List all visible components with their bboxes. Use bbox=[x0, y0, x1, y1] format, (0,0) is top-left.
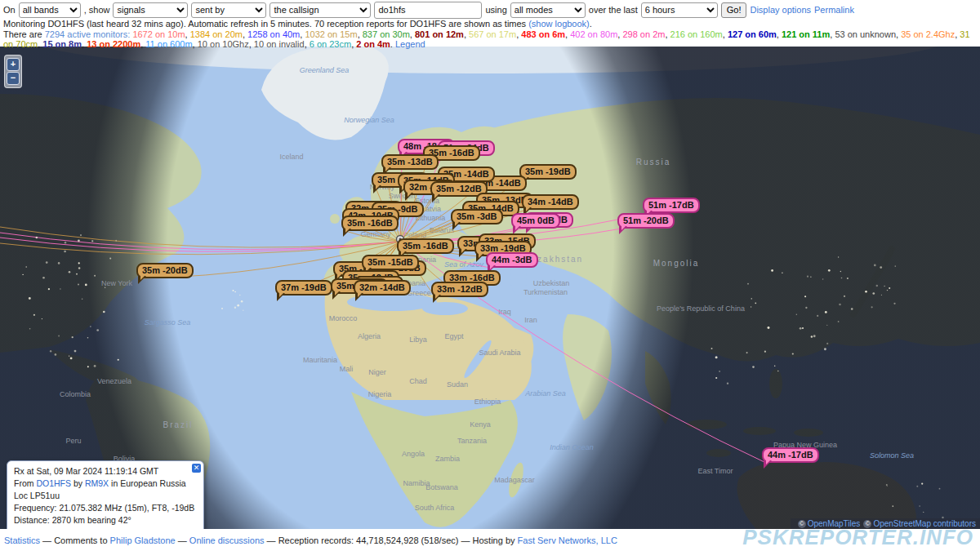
using-label: using bbox=[485, 5, 506, 15]
map-place-label: Madagascar bbox=[494, 476, 535, 484]
direction-select[interactable]: sent by bbox=[191, 2, 266, 18]
report-balloon[interactable]: 51m -20dB bbox=[617, 213, 675, 229]
monitor-band-count: 1032 on 15m bbox=[305, 29, 357, 39]
site-watermark: PSKREPORTER.INFO bbox=[742, 525, 973, 550]
map-place-label: Venezuela bbox=[97, 377, 131, 385]
monitors-count-label: 7294 active monitors: bbox=[45, 29, 131, 39]
map-place-label: Niger bbox=[368, 368, 386, 376]
show-logbook-link[interactable]: (show logbook) bbox=[528, 19, 590, 29]
monitors-prefix: There are bbox=[3, 29, 45, 39]
footer-link[interactable]: Statistics bbox=[4, 535, 40, 545]
map-place-label: Libya bbox=[409, 335, 427, 344]
footer-text: — Comments to bbox=[40, 535, 110, 545]
map-place-label: New York bbox=[101, 279, 132, 287]
monitor-band-count: 6 on 23cm bbox=[310, 39, 351, 49]
map-place-label: Mali bbox=[340, 365, 354, 373]
map-place-label: Iceland bbox=[279, 153, 303, 161]
map-place-label: Iran bbox=[524, 316, 537, 324]
report-balloon[interactable]: 44m -3dB bbox=[486, 252, 538, 268]
receiver-callsign-link[interactable]: RM9X bbox=[85, 478, 109, 488]
monitor-band-count: 121 on 11m bbox=[782, 29, 830, 39]
map-place-label: Turkmenistan bbox=[523, 288, 568, 296]
footer-link[interactable]: Philip Gladstone bbox=[110, 535, 176, 545]
monitor-band-count: 402 on 80m bbox=[570, 29, 617, 39]
monitors-counts: 1672 on 10m, 1384 on 20m, 1258 on 40m, 1… bbox=[3, 29, 970, 49]
report-balloon[interactable]: 35m -19dB bbox=[519, 164, 577, 180]
map-place-label: Ethiopia bbox=[474, 398, 501, 406]
monitor-band-count: 35 on 2.4Ghz bbox=[901, 29, 955, 39]
report-balloon[interactable]: 35m -3dB bbox=[451, 209, 503, 224]
monitor-band-count: 1258 on 40m bbox=[247, 29, 300, 39]
map-zoom-control: + − bbox=[4, 55, 22, 88]
monitor-band-count: 53 on unknown bbox=[835, 29, 896, 39]
sender-callsign-link[interactable]: DO1HFS bbox=[36, 478, 71, 488]
band-select[interactable]: all bands bbox=[19, 2, 81, 18]
report-balloon[interactable]: 34m -14dB bbox=[522, 194, 579, 210]
popup-text: by bbox=[71, 478, 85, 488]
report-balloon[interactable]: 32m -14dB bbox=[354, 280, 411, 295]
map-place-label: People's Republic of China bbox=[657, 304, 745, 313]
report-balloon[interactable]: 44m -17dB bbox=[762, 447, 819, 463]
popup-from-line: From DO1HFS by RM9X in European Russia L… bbox=[14, 478, 197, 502]
legend-link[interactable]: Legend bbox=[395, 39, 425, 49]
report-balloon[interactable]: 35m -16dB bbox=[341, 216, 399, 231]
map-place-label: Angola bbox=[402, 450, 425, 458]
map-place-label: Latvia bbox=[421, 205, 441, 213]
popup-frequency: Frequency: 21.075.382 MHz (15m), FT8, -1… bbox=[14, 502, 197, 514]
close-icon[interactable]: ✕ bbox=[192, 464, 201, 473]
world-map[interactable]: Greenland SeaNorwegian SeaIcelandNorwayS… bbox=[0, 0, 980, 551]
callsign-input[interactable] bbox=[374, 2, 482, 19]
on-label: On bbox=[3, 5, 16, 15]
report-balloon[interactable]: 37m -19dB bbox=[275, 280, 332, 295]
report-balloon[interactable]: 35m -16dB bbox=[397, 238, 454, 254]
active-monitors-line: There are 7294 active monitors: 1672 on … bbox=[3, 29, 977, 49]
map-place-label: Uzbekistan bbox=[533, 279, 570, 287]
report-balloon[interactable]: 51m -17dB bbox=[643, 198, 700, 213]
monitoring-text: . bbox=[590, 19, 592, 29]
map-place-label: Greece bbox=[407, 289, 431, 297]
monitor-band-count: 1384 on 20m bbox=[190, 29, 243, 39]
show-label: , show bbox=[84, 5, 110, 15]
map-place-label: Germany bbox=[360, 230, 390, 238]
footer-link[interactable]: Fast Serv Networks, LLC bbox=[518, 535, 617, 545]
map-place-label: Saudi Arabia bbox=[479, 349, 520, 357]
map-place-label: Colombia bbox=[60, 390, 91, 398]
zoom-in-button[interactable]: + bbox=[7, 58, 20, 71]
map-place-label: Russia bbox=[636, 158, 671, 167]
popup-rx-time: Rx at Sat, 09 Mar 2024 11:19:14 GMT bbox=[14, 465, 197, 478]
report-balloon[interactable]: 33m -12dB bbox=[431, 282, 488, 297]
monitor-band-count: 216 on 160m bbox=[670, 29, 723, 39]
map-place-label: Zambia bbox=[435, 455, 460, 463]
map-place-label: Kenya bbox=[470, 420, 491, 429]
map-place-label: Solomon Sea bbox=[870, 451, 914, 460]
map-place-label: Tanzania bbox=[457, 437, 487, 445]
monitor-band-count: 13 on 2200m bbox=[87, 39, 140, 49]
go-button[interactable]: Go! bbox=[721, 2, 747, 18]
permalink-link[interactable]: Permalink bbox=[814, 5, 854, 15]
monitor-band-count: 1672 on 10m bbox=[132, 29, 185, 39]
map-place-label: Egypt bbox=[444, 332, 463, 340]
report-balloon[interactable]: 45m 0dB bbox=[511, 213, 560, 229]
zoom-out-button[interactable]: − bbox=[7, 72, 20, 85]
report-balloon[interactable]: 35m -13dB bbox=[381, 154, 439, 170]
map-place-label: Algeria bbox=[358, 332, 381, 340]
map-place-label: East Timor bbox=[697, 467, 733, 475]
entity-select[interactable]: the callsign bbox=[270, 2, 371, 18]
footer-text: — bbox=[176, 535, 189, 545]
monitor-band-count: 837 on 30m bbox=[363, 29, 410, 39]
footer-link[interactable]: Online discussions bbox=[189, 535, 265, 545]
monitor-band-count: 127 on 60m bbox=[728, 29, 777, 39]
mode-select[interactable]: all modes bbox=[510, 2, 586, 18]
monitor-band-count: 567 on 17m bbox=[469, 29, 516, 39]
timespan-select[interactable]: 6 hours bbox=[641, 2, 718, 18]
report-balloon[interactable]: 35m -20dB bbox=[136, 263, 194, 278]
footer-text: — Reception records: 44,718,524,928 (518… bbox=[265, 535, 518, 545]
report-balloon[interactable]: 35m -15dB bbox=[362, 255, 419, 270]
map-place-label: Morocco bbox=[329, 314, 358, 322]
monitor-band-count: 801 on 12m bbox=[415, 29, 464, 39]
popup-text: From bbox=[14, 478, 36, 488]
signals-select[interactable]: signals bbox=[113, 2, 188, 18]
display-options-link[interactable]: Display options bbox=[750, 5, 811, 15]
popup-distance: Distance: 2870 km bearing 42° bbox=[14, 514, 197, 527]
map-place-label: Iraq bbox=[498, 308, 511, 316]
